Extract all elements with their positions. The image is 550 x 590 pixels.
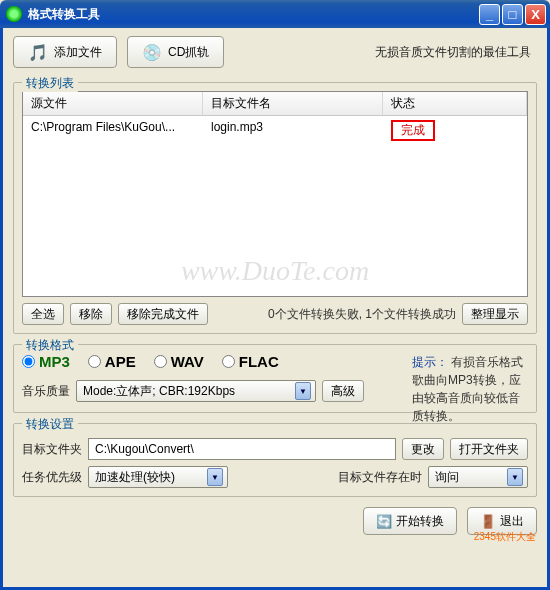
convert-icon (376, 514, 392, 529)
chevron-down-icon: ▼ (295, 382, 311, 400)
cd-icon (142, 43, 162, 62)
cd-rip-button[interactable]: CD抓轨 (127, 36, 224, 68)
cell-source: C:\Program Files\KuGou\... (23, 118, 203, 143)
format-group: 转换格式 MP3 APE WAV FLAC 提示： 有损音乐格式歌曲向MP3转换… (13, 344, 537, 413)
exit-icon (480, 514, 496, 529)
open-folder-button[interactable]: 打开文件夹 (450, 438, 528, 460)
status-badge: 完成 (391, 120, 435, 141)
radio-ape-input[interactable] (88, 355, 101, 368)
change-folder-button[interactable]: 更改 (402, 438, 444, 460)
list-header: 源文件 目标文件名 状态 (23, 92, 527, 116)
minimize-button[interactable]: _ (479, 4, 500, 25)
titlebar: 格式转换工具 _ □ X (0, 0, 550, 28)
summary-text: 0个文件转换失败, 1个文件转换成功 (268, 306, 456, 323)
table-row[interactable]: C:\Program Files\KuGou\... login.mp3 完成 (23, 116, 527, 145)
radio-mp3[interactable]: MP3 (22, 353, 70, 370)
exit-button[interactable]: 退出 (467, 507, 537, 535)
quality-label: 音乐质量 (22, 383, 70, 400)
radio-wav[interactable]: WAV (154, 353, 204, 370)
target-folder-value: C:\Kugou\Convert\ (95, 442, 194, 456)
exists-label: 目标文件存在时 (338, 469, 422, 486)
exit-label: 退出 (500, 513, 524, 530)
exists-value: 询问 (435, 469, 459, 486)
advanced-button[interactable]: 高级 (322, 380, 364, 402)
tidy-button[interactable]: 整理显示 (462, 303, 528, 325)
settings-legend: 转换设置 (22, 416, 78, 433)
priority-combo[interactable]: 加速处理(较快) ▼ (88, 466, 228, 488)
priority-label: 任务优先级 (22, 469, 82, 486)
radio-flac-input[interactable] (222, 355, 235, 368)
tip-box: 提示： 有损音乐格式歌曲向MP3转换，应由较高音质向较低音质转换。 (412, 353, 528, 425)
chevron-down-icon: ▼ (507, 468, 523, 486)
app-icon (6, 6, 22, 22)
start-label: 开始转换 (396, 513, 444, 530)
file-list[interactable]: 源文件 目标文件名 状态 C:\Program Files\KuGou\... … (22, 91, 528, 297)
tip-label: 提示： (412, 355, 448, 369)
target-folder-label: 目标文件夹 (22, 441, 82, 458)
format-legend: 转换格式 (22, 337, 78, 354)
col-target[interactable]: 目标文件名 (203, 92, 383, 115)
quality-value: Mode:立体声; CBR:192Kbps (83, 383, 235, 400)
radio-flac[interactable]: FLAC (222, 353, 279, 370)
radio-wav-input[interactable] (154, 355, 167, 368)
radio-mp3-input[interactable] (22, 355, 35, 368)
start-convert-button[interactable]: 开始转换 (363, 507, 457, 535)
remove-button[interactable]: 移除 (70, 303, 112, 325)
priority-value: 加速处理(较快) (95, 469, 175, 486)
convert-list-group: 转换列表 源文件 目标文件名 状态 C:\Program Files\KuGou… (13, 82, 537, 334)
cell-target: login.mp3 (203, 118, 383, 143)
chevron-down-icon: ▼ (207, 468, 223, 486)
remove-done-button[interactable]: 移除完成文件 (118, 303, 208, 325)
exists-combo[interactable]: 询问 ▼ (428, 466, 528, 488)
select-all-button[interactable]: 全选 (22, 303, 64, 325)
add-file-button[interactable]: 添加文件 (13, 36, 117, 68)
cd-rip-label: CD抓轨 (168, 44, 209, 61)
col-source[interactable]: 源文件 (23, 92, 203, 115)
settings-group: 转换设置 目标文件夹 C:\Kugou\Convert\ 更改 打开文件夹 任务… (13, 423, 537, 497)
target-folder-input[interactable]: C:\Kugou\Convert\ (88, 438, 396, 460)
maximize-button[interactable]: □ (502, 4, 523, 25)
col-status[interactable]: 状态 (383, 92, 527, 115)
tagline-text: 无损音质文件切割的最佳工具 (375, 44, 537, 61)
add-file-label: 添加文件 (54, 44, 102, 61)
cell-status: 完成 (383, 118, 527, 143)
close-button[interactable]: X (525, 4, 546, 25)
music-note-icon (28, 43, 48, 62)
convert-list-legend: 转换列表 (22, 75, 78, 92)
quality-combo[interactable]: Mode:立体声; CBR:192Kbps ▼ (76, 380, 316, 402)
window-title: 格式转换工具 (28, 6, 477, 23)
radio-ape[interactable]: APE (88, 353, 136, 370)
